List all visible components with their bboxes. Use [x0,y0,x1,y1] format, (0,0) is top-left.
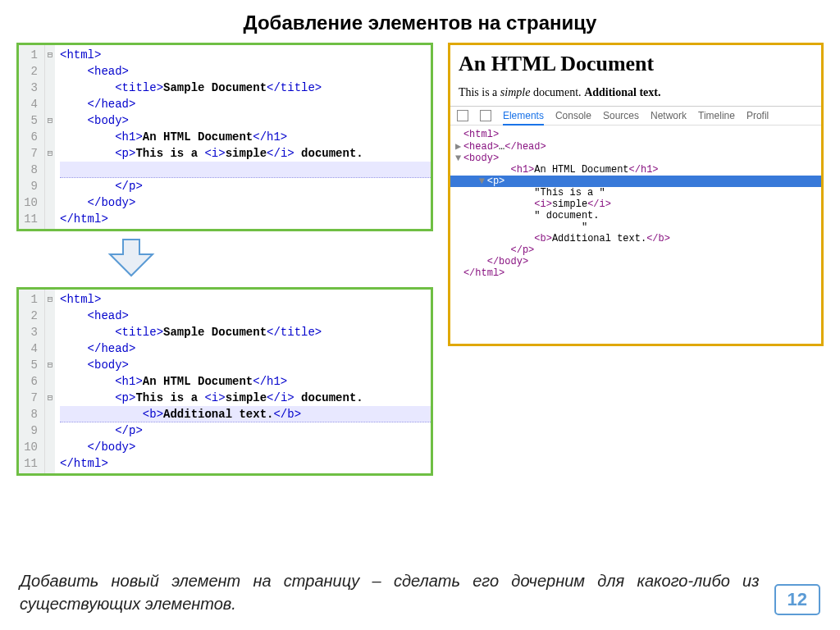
code-line[interactable]: <html> [60,291,431,308]
line-number: 9 [22,422,38,439]
line-number: 10 [22,194,38,211]
line-number: 2 [22,308,38,324]
fold-marker [45,162,55,178]
slide-caption: Добавить новый элемент на страницу – сде… [20,569,760,615]
rendered-paragraph: This is a simple document. Additional te… [459,86,813,99]
code-line[interactable]: </p> [60,422,431,439]
code-line[interactable]: </head> [60,96,431,112]
line-number: 3 [22,80,38,96]
code-line[interactable]: <body> [60,357,431,373]
code-line[interactable]: <p>This is a <i>simple</i> document. [60,390,431,406]
code-line[interactable]: <body> [60,112,431,129]
browser-output-panel: An HTML Document This is a simple docume… [448,43,824,346]
code-line[interactable] [60,162,431,178]
code-line[interactable]: <b>Additional text.</b> [60,406,431,422]
line-number: 3 [22,324,38,340]
devtools-tab[interactable]: Console [555,110,591,121]
fold-marker [45,324,55,340]
devtools-dom-tree[interactable]: <html>▶ <head>…</head>▼ <body> <h1>An HT… [450,126,821,282]
fold-marker [45,129,55,145]
line-number: 10 [22,439,38,455]
dom-node[interactable]: " [450,221,821,233]
fold-marker [45,80,55,96]
line-number: 4 [22,96,38,112]
devtools-panel: ElementsConsoleSourcesNetworkTimelinePro… [450,106,821,282]
dom-node[interactable]: "This is a " [450,187,821,199]
devtools-tabs: ElementsConsoleSourcesNetworkTimelinePro… [450,107,821,126]
fold-marker: ⊟ [45,145,55,162]
code-line[interactable]: </head> [60,340,431,357]
code-area[interactable]: <html> <head> <title>Sample Document</ti… [55,290,431,473]
fold-marker [45,63,55,80]
fold-marker [45,340,55,357]
line-number: 6 [22,129,38,145]
code-line[interactable]: </body> [60,439,431,455]
code-line[interactable]: </html> [60,455,431,472]
dom-node[interactable]: " document. [450,210,821,221]
code-line[interactable]: </p> [60,178,431,194]
devtools-tab[interactable]: Network [651,110,687,121]
code-line[interactable]: <p>This is a <i>simple</i> document. [60,145,431,162]
devtools-tab[interactable]: Elements [503,110,544,126]
code-line[interactable]: <title>Sample Document</title> [60,324,431,340]
code-line[interactable]: <h1>An HTML Document</h1> [60,373,431,390]
rendered-page: An HTML Document This is a simple docume… [450,45,821,106]
device-icon[interactable] [480,110,491,121]
code-line[interactable]: <head> [60,308,431,324]
dom-node[interactable]: ▼ <p> [450,176,821,187]
line-number: 2 [22,63,38,80]
dom-node[interactable]: <i>simple</i> [450,199,821,210]
line-number: 1 [22,291,38,308]
fold-marker: ⊟ [45,112,55,129]
page-number: 12 [774,584,820,615]
inspect-icon[interactable] [457,110,468,121]
fold-marker [45,178,55,194]
line-number: 11 [22,455,38,472]
code-line[interactable]: <title>Sample Document</title> [60,80,431,96]
fold-column: ⊟⊟⊟ [45,45,55,229]
fold-column: ⊟⊟⊟ [45,290,55,473]
devtools-tab[interactable]: Profil [746,110,769,121]
devtools-tab[interactable]: Sources [603,110,639,121]
fold-marker [45,455,55,472]
dom-node[interactable]: ▶ <head>…</head> [450,140,821,153]
fold-marker [45,194,55,211]
code-line[interactable]: <head> [60,63,431,80]
code-line[interactable]: </body> [60,194,431,211]
slide-title: Добавление элементов на страницу [0,0,840,43]
dom-node[interactable]: <h1>An HTML Document</h1> [450,164,821,176]
transition-arrow [16,231,433,287]
line-number: 8 [22,162,38,178]
dom-node[interactable]: </html> [450,267,821,279]
code-line[interactable]: <h1>An HTML Document</h1> [60,129,431,145]
dom-node[interactable]: </p> [450,244,821,256]
dom-node[interactable]: </body> [450,256,821,267]
line-number: 7 [22,390,38,406]
rendered-heading: An HTML Document [459,52,813,76]
fold-marker [45,96,55,112]
code-line[interactable]: </html> [60,211,431,227]
fold-marker [45,373,55,390]
arrow-down-icon [107,238,156,277]
line-number: 11 [22,211,38,227]
dom-node[interactable]: <html> [450,129,821,140]
dom-node[interactable]: ▼ <body> [450,153,821,164]
fold-marker [45,422,55,439]
fold-marker: ⊟ [45,357,55,373]
code-line[interactable]: <html> [60,47,431,63]
fold-marker: ⊟ [45,47,55,63]
fold-marker [45,308,55,324]
line-number: 6 [22,373,38,390]
line-number: 9 [22,178,38,194]
line-number: 7 [22,145,38,162]
fold-marker [45,406,55,422]
line-number: 1 [22,47,38,63]
devtools-tab[interactable]: Timeline [698,110,735,121]
fold-marker: ⊟ [45,390,55,406]
fold-marker [45,439,55,455]
fold-marker: ⊟ [45,291,55,308]
dom-node[interactable]: <b>Additional text.</b> [450,233,821,244]
line-number: 4 [22,340,38,357]
code-editor-after: 1234567891011 ⊟⊟⊟ <html> <head> <title>S… [16,287,433,476]
code-area[interactable]: <html> <head> <title>Sample Document</ti… [55,45,431,229]
